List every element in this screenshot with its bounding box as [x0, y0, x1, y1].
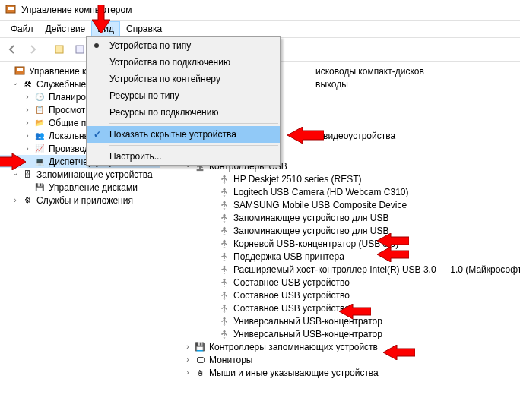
usb-device-icon [218, 212, 230, 224]
mouse-icon: 🖱 [194, 367, 206, 379]
svg-rect-42 [224, 254, 225, 259]
tree-usb-item-2[interactable]: SAMSUNG Mobile USB Composite Device [160, 198, 520, 211]
chevron-right-icon[interactable] [23, 118, 32, 128]
annotation-arrow-left-1 [286, 127, 324, 144]
tb-up[interactable] [50, 40, 68, 58]
svg-marker-76 [92, 5, 110, 33]
tree-cat-storagectrl[interactable]: 💾Контроллеры запоминающих устройств [160, 340, 520, 353]
scheduler-icon [33, 91, 46, 103]
svg-marker-60 [224, 298, 226, 300]
tree-usb-item-8[interactable]: Составное USB устройство [160, 276, 520, 289]
svg-rect-37 [224, 241, 225, 246]
tree-cat-mice[interactable]: 🖱Мыши и иные указывающие устройства [160, 366, 520, 379]
tree-cat-monitors[interactable]: 🖵Мониторы [160, 353, 520, 366]
chevron-right-icon[interactable] [183, 355, 192, 365]
tree-item-label: Корневой USB-концентратор (USB 3.0) [232, 238, 398, 249]
chevron-down-icon[interactable] [11, 80, 20, 89]
svg-rect-13 [221, 178, 223, 180]
shares-icon [33, 117, 46, 129]
svg-marker-30 [224, 221, 226, 223]
tree-item-label: Универсальный USB-концентратор [232, 329, 382, 339]
chevron-right-icon[interactable] [23, 106, 32, 115]
svg-marker-40 [224, 247, 226, 248]
tree-usb-item-6[interactable]: Поддержка USB принтера [160, 250, 520, 263]
tree-item-label: исководы компакт-дисков [314, 66, 424, 77]
svg-marker-65 [224, 311, 226, 313]
usb-device-icon [218, 186, 230, 198]
svg-marker-15 [224, 182, 226, 184]
svg-rect-47 [224, 267, 225, 272]
devmgr-icon [33, 156, 46, 168]
usb-device-icon [218, 289, 230, 302]
svg-marker-35 [224, 234, 226, 235]
perf-icon [33, 143, 46, 155]
svg-rect-58 [221, 295, 223, 296]
svg-rect-53 [221, 282, 223, 283]
tb-sep-1 [46, 43, 46, 56]
svg-marker-75 [224, 337, 226, 339]
svg-point-14 [226, 178, 227, 180]
cd-icon [300, 65, 312, 77]
tree-usb-item-7[interactable]: Расширяемый хост-контроллер Intel(R) USB… [160, 263, 520, 276]
tree-usb-item-12[interactable]: Универсальный USB-концентратор [160, 327, 520, 340]
usb-device-icon [218, 315, 230, 327]
tree-usb-item-0[interactable]: HP Deskjet 2510 series (REST) [160, 172, 520, 185]
svg-point-24 [226, 204, 227, 206]
svg-point-64 [226, 308, 227, 309]
menu-item-label: Устройства по контейнеру [109, 74, 220, 84]
tree-item-label: Поддержка USB принтера [232, 251, 344, 262]
annotation-arrow-left-3 [376, 247, 409, 262]
chevron-right-icon[interactable] [23, 144, 32, 153]
tree-services-group[interactable]: Службы и приложения [0, 194, 160, 207]
usb-device-icon [218, 238, 230, 250]
annotation-arrow-left-2 [376, 233, 409, 248]
window-title: Управление компьютером [21, 5, 132, 15]
chevron-right-icon[interactable] [183, 368, 192, 377]
svg-point-39 [226, 243, 227, 245]
tree-usb-item-4[interactable]: Запоминающее устройство для USB [160, 224, 520, 237]
tree-item-label: Запоминающее устройство для USB [232, 213, 388, 223]
svg-marker-79 [377, 233, 409, 248]
svg-rect-17 [224, 189, 225, 194]
menu-item-3[interactable]: Ресурсы по типу [87, 87, 280, 104]
usb-device-icon [218, 328, 230, 340]
svg-point-54 [226, 282, 227, 283]
tree-item-label: SAMSUNG Mobile USB Composite Device [232, 200, 407, 210]
tree-usb-item-5[interactable]: Корневой USB-концентратор (USB 3.0) [160, 237, 520, 250]
svg-rect-33 [221, 230, 223, 232]
chevron-right-icon[interactable] [11, 196, 20, 205]
usb-device-icon [218, 173, 230, 185]
menu-item-4[interactable]: Ресурсы по подключению [87, 104, 280, 121]
chevron-right-icon[interactable] [23, 131, 32, 141]
svg-rect-2 [55, 46, 63, 53]
tree-diskmanager[interactable]: Управление дисками [0, 181, 160, 194]
tree-item-label: Мониторы [208, 355, 252, 365]
menu-file[interactable]: Файл [5, 21, 40, 36]
menu-action[interactable]: Действие [40, 21, 92, 36]
storage-ctrl-icon: 💾 [194, 341, 206, 353]
chevron-right-icon[interactable] [183, 343, 192, 352]
tb-fwd[interactable] [24, 40, 42, 58]
tree-item-label: Составное USB устройство [232, 303, 350, 314]
tree-item-label: Мыши и иные указывающие устройства [208, 368, 379, 378]
users-icon [33, 130, 46, 142]
svg-rect-1 [8, 7, 14, 10]
menu-item-2[interactable]: Устройства по контейнеру [87, 71, 280, 87]
menu-item-6[interactable]: ✓Показать скрытые устройства [87, 126, 280, 143]
menu-item-0[interactable]: Устройства по типу [87, 37, 280, 54]
svg-marker-77 [0, 153, 26, 170]
usb-device-icon [218, 251, 230, 263]
tree-usb-item-3[interactable]: Запоминающее устройство для USB [160, 211, 520, 224]
tree-usb-item-1[interactable]: Logitech USB Camera (HD Webcam C310) [160, 185, 520, 198]
menu-help[interactable]: Справка [120, 21, 168, 36]
menu-separator [109, 123, 278, 124]
menu-item-1[interactable]: Устройства по подключению [87, 54, 280, 71]
chevron-down-icon[interactable] [11, 170, 20, 179]
svg-rect-72 [224, 331, 225, 336]
usb-device-icon [218, 302, 230, 314]
tb-back[interactable] [3, 40, 21, 58]
menu-item-8[interactable]: Настроить... [87, 148, 280, 165]
annotation-arrow-right-1 [0, 153, 27, 170]
tree-usb-item-9[interactable]: Составное USB устройство [160, 289, 520, 302]
chevron-right-icon[interactable] [23, 93, 32, 102]
